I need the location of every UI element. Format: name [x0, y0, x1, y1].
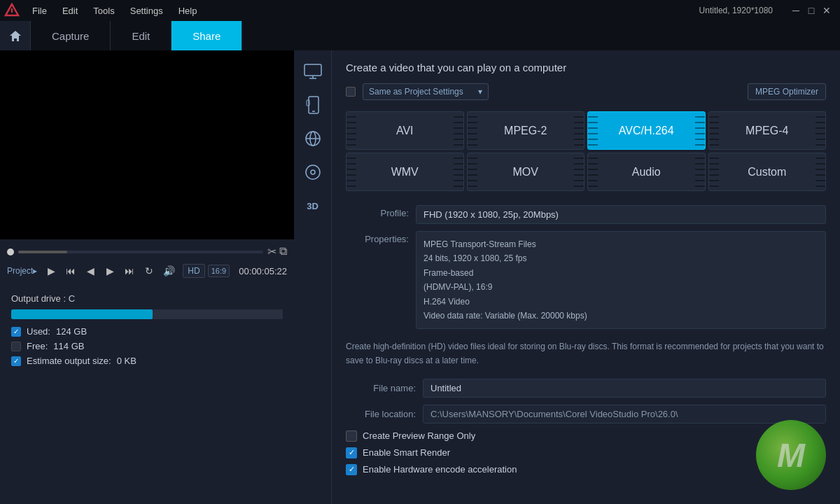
menu-tools[interactable]: Tools: [86, 3, 121, 19]
section-title: Create a video that you can play on a co…: [346, 62, 826, 74]
properties-row: Properties: MPEG Transport-Stream Files …: [346, 231, 826, 329]
check-preview-range: Create Preview Range Only: [346, 430, 826, 442]
check-hw-encode: Enable Hardware encode acceleration: [346, 464, 826, 475]
play-button[interactable]: ▶: [43, 262, 59, 279]
mpeg-optimizer-button[interactable]: MPEG Optimizer: [748, 83, 826, 100]
filename-label: File name:: [346, 383, 416, 393]
controls-area: ✂ ⧉ Project▸ ▶ ⏮ ◀ ▶ ⏭ ↻ 🔊 HD 16:9 00:00…: [0, 239, 294, 285]
svg-point-12: [311, 170, 315, 174]
description-text: Create high-definition (HD) video files …: [346, 340, 826, 367]
properties-label: Properties:: [346, 231, 409, 244]
filelocation-row: File location: C:\Users\MANSORY\Document…: [346, 405, 826, 424]
used-indicator: ✓: [11, 327, 21, 337]
scissors-icons: ✂ ⧉: [267, 245, 287, 258]
close-button[interactable]: ✕: [822, 6, 832, 15]
preview-area: [0, 50, 294, 239]
tab-share[interactable]: Share: [172, 21, 242, 50]
watermark-text: M: [777, 436, 805, 475]
disc-icon: [304, 164, 321, 181]
output-drive-title: Output drive : C: [11, 293, 283, 304]
same-as-checkbox[interactable]: [346, 87, 356, 97]
free-row: Free: 114 GB: [11, 341, 283, 351]
home-icon: [8, 29, 22, 42]
drive-info: ✓ Used: 124 GB Free: 114 GB ✓ Estimate o…: [11, 326, 283, 366]
side-icon-monitor[interactable]: [298, 56, 328, 87]
format-mov[interactable]: MOV: [467, 153, 585, 191]
filelocation-label: File location:: [346, 409, 416, 419]
filename-input[interactable]: Untitled: [423, 379, 826, 398]
window-title: Untitled, 1920*1080: [699, 6, 773, 15]
timecode: 00:00:05:22: [239, 266, 287, 276]
used-row: ✓ Used: 124 GB: [11, 326, 283, 337]
clip-icon[interactable]: ⧉: [279, 245, 287, 258]
format-custom[interactable]: Custom: [708, 153, 827, 191]
volume-button[interactable]: 🔊: [160, 262, 177, 279]
playhead-indicator: [7, 248, 14, 255]
estimate-value: 0 KB: [117, 356, 136, 366]
side-icon-web[interactable]: [298, 123, 328, 154]
properties-box: MPEG Transport-Stream Files 24 bits, 192…: [416, 231, 826, 329]
side-icon-device[interactable]: [298, 90, 328, 120]
smart-render-label: Enable Smart Render: [363, 447, 450, 458]
format-wmv[interactable]: WMV: [346, 153, 464, 191]
left-panel: ✂ ⧉ Project▸ ▶ ⏮ ◀ ▶ ⏭ ↻ 🔊 HD 16:9 00:00…: [0, 50, 294, 504]
prop-line-5: Video data rate: Variable (Max. 20000 kb…: [424, 309, 818, 323]
format-avi[interactable]: AVI: [346, 111, 464, 150]
prop-line-3: (HDMV-PAL), 16:9: [424, 280, 818, 294]
side-icon-3d[interactable]: 3D: [298, 190, 328, 221]
next-frame-button[interactable]: ▶: [102, 262, 118, 279]
side-icon-disc[interactable]: [298, 157, 328, 188]
free-value: 114 GB: [53, 341, 84, 351]
scissor-icon[interactable]: ✂: [267, 245, 276, 258]
estimate-row: ✓ Estimate output size: 0 KB: [11, 356, 283, 366]
format-mpeg2[interactable]: MPEG-2: [467, 111, 585, 150]
menu-settings[interactable]: Settings: [123, 3, 170, 19]
tab-edit[interactable]: Edit: [111, 21, 172, 50]
smart-render-checkbox[interactable]: [346, 447, 357, 458]
minimize-button[interactable]: ─: [791, 6, 801, 15]
estimate-label: Estimate output size:: [27, 356, 111, 366]
side-icons-panel: 3D: [294, 50, 332, 504]
profile-section: Profile: FHD (1920 x 1080, 25p, 20Mbps) …: [346, 205, 826, 329]
drive-bar: [11, 309, 283, 319]
tab-capture[interactable]: Capture: [31, 21, 111, 50]
prev-chapter-button[interactable]: ⏮: [62, 262, 79, 279]
same-as-dropdown[interactable]: Same as Project Settings ▾: [363, 83, 489, 100]
estimate-indicator: ✓: [11, 356, 21, 366]
right-content: Create a video that you can play on a co…: [332, 50, 840, 504]
menu-file[interactable]: File: [25, 3, 54, 19]
filelocation-input[interactable]: C:\Users\MANSORY\Documents\Corel VideoSt…: [423, 405, 826, 424]
aspect-badge: 16:9: [208, 265, 230, 277]
next-chapter-button[interactable]: ⏭: [121, 262, 138, 279]
loop-button[interactable]: ↻: [141, 262, 158, 279]
output-section: Output drive : C ✓ Used: 124 GB Free: 11…: [0, 285, 294, 504]
titlebar-left: File Edit Tools Settings Help: [0, 3, 204, 19]
project-label: Project▸: [7, 266, 37, 276]
hw-encode-checkbox[interactable]: [346, 464, 357, 475]
menu-edit[interactable]: Edit: [55, 3, 85, 19]
check-smart-render: Enable Smart Render: [346, 447, 826, 458]
playback-controls: Project▸ ▶ ⏮ ◀ ▶ ⏭ ↻ 🔊 HD 16:9 00:00:05:…: [7, 262, 287, 279]
free-label: Free:: [27, 341, 48, 351]
tab-home[interactable]: [0, 21, 31, 50]
menu-help[interactable]: Help: [172, 3, 204, 19]
device-icon: [305, 96, 321, 114]
tabbar: Capture Edit Share: [0, 21, 840, 50]
progress-track[interactable]: [18, 251, 263, 253]
menu-bar: File Edit Tools Settings Help: [25, 3, 204, 19]
preview-range-checkbox[interactable]: [346, 430, 357, 442]
format-audio[interactable]: Audio: [587, 153, 706, 191]
maximize-button[interactable]: □: [806, 6, 816, 15]
profile-label: Profile:: [346, 205, 409, 218]
prop-line-4: H.264 Video: [424, 295, 818, 309]
format-mpeg4[interactable]: MPEG-4: [708, 111, 827, 150]
main-layout: ✂ ⧉ Project▸ ▶ ⏮ ◀ ▶ ⏭ ↻ 🔊 HD 16:9 00:00…: [0, 50, 840, 504]
window-controls: ─ □ ✕: [791, 6, 832, 15]
same-as-label: Same as Project Settings: [369, 87, 463, 97]
watermark-logo: M: [756, 420, 826, 490]
prev-frame-button[interactable]: ◀: [82, 262, 99, 279]
hw-encode-label: Enable Hardware encode acceleration: [363, 464, 517, 475]
monitor-icon: [304, 64, 322, 79]
globe-icon: [304, 130, 321, 147]
format-avc[interactable]: AVC/H.264: [587, 111, 706, 150]
